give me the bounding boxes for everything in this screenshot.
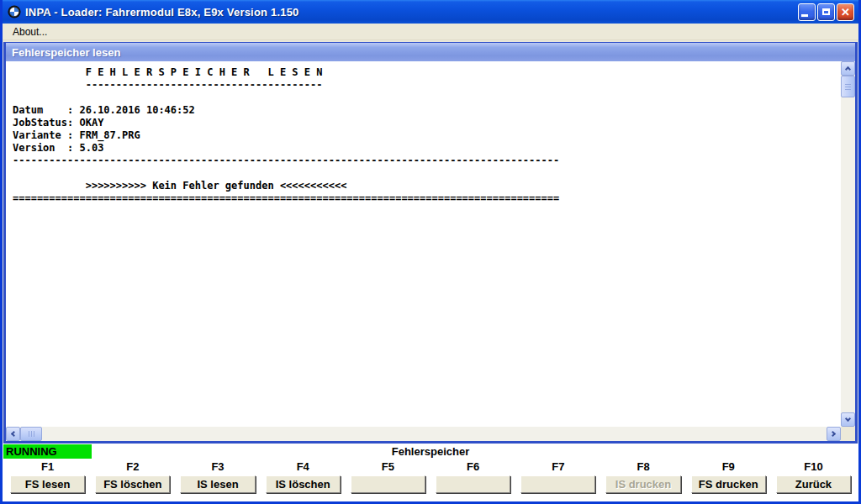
result-view: F E H L E R S P E I C H E R L E S E N --… [6,61,855,441]
fkey-button-F1[interactable]: FS lesen [10,475,85,493]
fkey-label: F7 [552,459,564,475]
fkey-label: F6 [467,459,479,475]
fkey-button-F4[interactable]: IS löschen [266,475,341,493]
close-icon: ✕ [841,7,850,18]
fkey-button-F5[interactable] [351,475,425,493]
console-output: F E H L E R S P E I C H E R L E S E N --… [6,61,840,426]
fkey-column: F8 IS drucken [600,459,685,501]
fkey-column: F4 IS löschen [261,459,346,501]
fkey-row: F1 FS lesen F2 FS löschen F3 IS lesen F4… [3,459,858,501]
bmw-logo-icon [7,5,21,19]
minimize-button[interactable] [798,3,816,21]
scroll-up-button[interactable] [841,61,855,76]
vertical-scrollbar[interactable] [841,61,855,427]
scroll-left-button[interactable] [6,427,20,441]
scroll-down-button[interactable] [841,412,855,427]
window-title: INPA - Loader: Fahrermodul E8x, E9x Vers… [25,6,794,18]
fkey-button-F9[interactable]: FS drucken [691,475,766,493]
chevron-down-icon [845,416,851,422]
fkey-label: F2 [126,459,139,475]
fkey-column: F9 FS drucken [686,459,771,501]
panel-title: Fehlerspeicher [3,444,858,459]
child-title-bar[interactable]: Fehlerspeicher lesen [6,43,855,61]
fkey-column: F5 [346,459,430,501]
horizontal-scroll-thumb[interactable] [20,427,42,441]
chevron-up-icon [845,66,851,72]
fkey-label: F8 [637,459,649,475]
minimize-icon [801,14,808,17]
fkey-column: F2 FS löschen [90,459,175,501]
fkey-label: F1 [41,459,54,475]
close-button[interactable]: ✕ [837,3,854,21]
app-window: INPA - Loader: Fahrermodul E8x, E9x Vers… [0,0,861,504]
fkey-label: F9 [722,459,735,475]
function-key-panel: RUNNING Fehlerspeicher F1 FS lesen F2 FS… [3,444,858,501]
window-controls: ✕ [798,3,854,21]
maximize-button[interactable] [817,3,835,21]
vertical-scroll-thumb[interactable] [841,76,855,97]
fkey-button-F2[interactable]: FS löschen [95,475,170,493]
fkey-button-F10[interactable]: Zurück [776,475,851,493]
fkey-column: F3 IS lesen [175,459,260,501]
fkey-column: F6 [430,459,515,501]
mdi-area: Fehlerspeicher lesen F E H L E R S P E I… [3,40,858,444]
fkey-column: F10 Zurück [771,459,856,501]
status-row: RUNNING Fehlerspeicher [3,444,858,459]
horizontal-scrollbar[interactable] [6,427,841,441]
fkey-label: F10 [804,459,822,475]
menu-bar: About... [3,24,858,40]
fkey-label: F3 [211,459,224,475]
chevron-right-icon [830,431,836,437]
fkey-button-F7[interactable] [520,475,595,493]
child-window-title: Fehlerspeicher lesen [12,46,120,59]
fkey-button-F6[interactable] [436,475,510,493]
scroll-right-button[interactable] [827,427,841,441]
fkey-button-F8: IS drucken [605,475,680,493]
chevron-left-icon [11,431,17,437]
title-bar[interactable]: INPA - Loader: Fahrermodul E8x, E9x Vers… [3,0,858,24]
fkey-column: F7 [515,459,600,501]
menu-about[interactable]: About... [8,25,51,39]
status-running-badge: RUNNING [3,444,92,459]
fkey-column: F1 FS lesen [5,459,90,501]
scrollbar-corner [841,427,855,441]
fkey-label: F4 [297,459,309,475]
maximize-icon [822,8,830,15]
fkey-label: F5 [382,459,394,475]
child-window: Fehlerspeicher lesen F E H L E R S P E I… [3,42,858,444]
fkey-button-F3[interactable]: IS lesen [180,475,255,493]
